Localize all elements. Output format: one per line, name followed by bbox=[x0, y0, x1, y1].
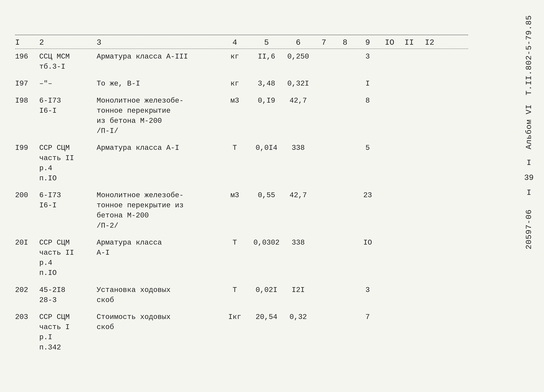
header-col-1: I bbox=[15, 38, 39, 47]
cell-row7-col4: Т bbox=[220, 285, 251, 295]
cell-row8-col2: ССР СЦМ часть I р.I п.342 bbox=[39, 312, 97, 353]
cell-row4-col4: Т bbox=[220, 143, 251, 153]
cell-row8-col5: 20,54 bbox=[251, 312, 284, 322]
cell-row2-col2: –"– bbox=[39, 79, 97, 89]
header-col-3: 3 bbox=[97, 38, 220, 47]
cell-row2-col1: I97 bbox=[15, 79, 39, 89]
header-col-4: 4 bbox=[220, 38, 251, 47]
cell-row7-col1: 202 bbox=[15, 285, 39, 295]
table-row: I986-I73 I6-IМонолитное железобе- тонное… bbox=[15, 93, 468, 139]
cell-row1-col1: 196 bbox=[15, 52, 39, 62]
cell-row8-col3: Стоимость ходовых скоб bbox=[97, 312, 220, 332]
cell-row2-col4: кг bbox=[220, 79, 251, 89]
table-area: 196ССЦ МСМ тб.3-IАрматура класса А-IIIкг… bbox=[15, 49, 468, 357]
cell-row6-col4: Т bbox=[220, 238, 251, 248]
cell-row2-col3: То же, В-I bbox=[97, 79, 220, 89]
header-col-8: 8 bbox=[335, 38, 356, 47]
cell-row4-col1: I99 bbox=[15, 143, 39, 153]
cell-row4-col3: Арматура класса А-I bbox=[97, 143, 220, 153]
table-row: 20IССР СЦМ часть II р.4 п.IOАрматура кла… bbox=[15, 235, 468, 281]
cell-row5-col3: Монолитное железобе- тонное перекрытие и… bbox=[97, 190, 220, 231]
header-col-11: II bbox=[400, 38, 420, 47]
cell-row2-col6: 0,32I bbox=[284, 79, 314, 89]
cell-row6-col2: ССР СЦМ часть II р.4 п.IO bbox=[39, 238, 97, 278]
cell-row5-col1: 200 bbox=[15, 190, 39, 200]
cell-row2-col5: 3,48 bbox=[251, 79, 284, 89]
sidebar-num1: I bbox=[526, 158, 531, 167]
cell-row8-col6: 0,32 bbox=[284, 312, 314, 322]
cell-row8-col9: 7 bbox=[356, 312, 380, 322]
cell-row4-col5: 0,0I4 bbox=[251, 143, 284, 153]
sidebar-top-text: Т.II.802-5-79.85 bbox=[525, 15, 533, 95]
table-row: 20245-2I8 28-3Установка ходовых скобТ0,0… bbox=[15, 282, 468, 308]
table-row: 2006-I73 I6-IМонолитное железобе- тонное… bbox=[15, 187, 468, 234]
header-col-5: 5 bbox=[251, 38, 284, 47]
header-col-10: IO bbox=[380, 38, 400, 47]
cell-row1-col3: Арматура класса А-III bbox=[97, 52, 220, 62]
cell-row4-col9: 5 bbox=[356, 143, 380, 153]
table-row: I99ССР СЦМ часть II р.4 п.IOАрматура кла… bbox=[15, 140, 468, 186]
cell-row6-col5: 0,0302 bbox=[251, 238, 284, 248]
cell-row1-col2: ССЦ МСМ тб.3-I bbox=[39, 52, 97, 72]
cell-row7-col6: I2I bbox=[284, 285, 314, 295]
cell-row3-col3: Монолитное железобе- тонное перекрытие и… bbox=[97, 96, 220, 136]
cell-row4-col2: ССР СЦМ часть II р.4 п.IO bbox=[39, 143, 97, 183]
cell-row3-col2: 6-I73 I6-I bbox=[39, 96, 97, 116]
cell-row7-col5: 0,02I bbox=[251, 285, 284, 295]
cell-row6-col6: 338 bbox=[284, 238, 314, 248]
cell-row1-col6: 0,250 bbox=[284, 52, 314, 62]
cell-row1-col4: кг bbox=[220, 52, 251, 62]
cell-row3-col6: 42,7 bbox=[284, 96, 314, 106]
header-col-2: 2 bbox=[39, 38, 97, 47]
cell-row2-col9: I bbox=[356, 79, 380, 89]
cell-row3-col1: I98 bbox=[15, 96, 39, 106]
header-col-12: I2 bbox=[420, 38, 439, 47]
cell-row6-col1: 20I bbox=[15, 238, 39, 248]
cell-row6-col9: IO bbox=[356, 238, 380, 248]
cell-row5-col2: 6-I73 I6-I bbox=[39, 190, 97, 211]
cell-row6-col3: Арматура класса А-I bbox=[97, 238, 220, 258]
page: I 2 3 4 5 6 7 8 9 bbox=[0, 0, 544, 392]
column-headers: I 2 3 4 5 6 7 8 9 bbox=[15, 35, 468, 49]
header-col-7: 7 bbox=[314, 38, 335, 47]
cell-row8-col4: Iкг bbox=[220, 312, 251, 322]
main-content: I 2 3 4 5 6 7 8 9 bbox=[15, 23, 498, 377]
sidebar-middle-text: Альбом VI bbox=[525, 104, 533, 149]
sidebar-bottom-text: 20597-06 bbox=[525, 209, 533, 249]
cell-row5-col4: м3 bbox=[220, 190, 251, 200]
right-sidebar: Т.II.802-5-79.85 Альбом VI I 39 I 20597-… bbox=[514, 0, 544, 392]
cell-row5-col6: 42,7 bbox=[284, 190, 314, 200]
cell-row8-col1: 203 bbox=[15, 312, 39, 322]
table-row: 196ССЦ МСМ тб.3-IАрматура класса А-IIIкг… bbox=[15, 49, 468, 75]
cell-row3-col9: 8 bbox=[356, 96, 380, 106]
cell-row1-col9: 3 bbox=[356, 52, 380, 62]
header-col-9: 9 bbox=[356, 38, 380, 47]
cell-row7-col3: Установка ходовых скоб bbox=[97, 285, 220, 305]
header-col-6: 6 bbox=[284, 38, 314, 47]
cell-row7-col2: 45-2I8 28-3 bbox=[39, 285, 97, 305]
sidebar-num2: 39 bbox=[524, 173, 534, 182]
cell-row3-col5: 0,I9 bbox=[251, 96, 284, 106]
cell-row1-col5: II,6 bbox=[251, 52, 284, 62]
table-row: I97–"–То же, В-Iкг3,480,32II bbox=[15, 76, 468, 92]
cell-row5-col9: 23 bbox=[356, 190, 380, 200]
cell-row5-col5: 0,55 bbox=[251, 190, 284, 200]
cell-row7-col9: 3 bbox=[356, 285, 380, 295]
sidebar-num3: I bbox=[526, 188, 531, 197]
cell-row3-col4: м3 bbox=[220, 96, 251, 106]
cell-row4-col6: 338 bbox=[284, 143, 314, 153]
table-row: 203ССР СЦМ часть I р.I п.342Стоимость хо… bbox=[15, 309, 468, 356]
